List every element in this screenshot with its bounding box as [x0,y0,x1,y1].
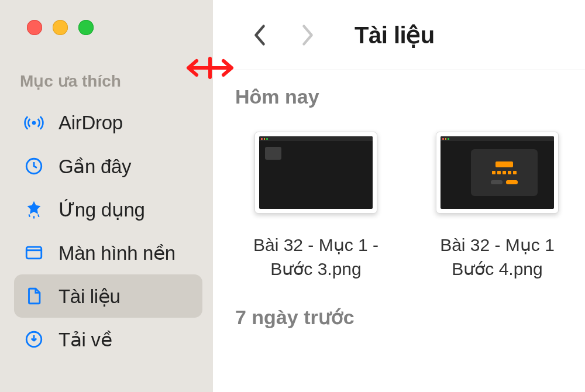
sidebar-item-applications[interactable]: Ứng dụng [14,188,202,231]
airdrop-icon [22,111,46,135]
sidebar-item-documents[interactable]: Tài liệu [14,274,202,318]
svg-point-0 [32,121,36,125]
location-title: Tài liệu [355,22,435,49]
sidebar-item-label: Màn hình nền [58,242,176,264]
toolbar: Tài liệu [213,0,585,70]
sidebar: Mục ưa thích AirDrop Gần đây [0,0,213,392]
nav-forward-button[interactable] [295,22,321,48]
sidebar-item-downloads[interactable]: Tải về [14,318,202,361]
applications-icon [22,198,46,221]
sidebar-item-label: Gần đây [58,155,131,178]
finder-window: Mục ưa thích AirDrop Gần đây [0,0,585,392]
file-grid: Bài 32 - Mục 1 - Bước 3.png Bài 32 - Mục… [242,132,571,281]
file-list: Hôm nay Bài 32 - Mục 1 - Bước 3.png Bài … [213,70,585,392]
desktop-icon [22,241,46,264]
file-thumbnail [254,132,377,214]
svg-rect-2 [26,247,42,259]
sidebar-section-title: Mục ưa thích [20,71,202,91]
file-name: Bài 32 - Mục 1 Bước 4.png [440,233,555,281]
sidebar-item-label: Tài liệu [58,285,121,308]
minimize-window-button[interactable] [53,20,68,35]
zoom-window-button[interactable] [78,20,94,35]
group-header-7days: 7 ngày trước [235,305,571,329]
download-icon [22,328,46,351]
sidebar-item-recents[interactable]: Gần đây [14,145,202,188]
sidebar-item-label: Ứng dụng [58,198,145,221]
close-window-button[interactable] [27,20,42,35]
group-header-today: Hôm nay [235,85,571,108]
clock-icon [22,154,46,178]
sidebar-item-airdrop[interactable]: AirDrop [14,101,202,145]
sidebar-item-label: AirDrop [58,112,123,134]
document-icon [22,284,46,308]
file-thumbnail [436,132,559,214]
nav-back-button[interactable] [247,22,273,48]
file-item[interactable]: Bài 32 - Mục 1 - Bước 3.png [242,132,390,281]
file-name: Bài 32 - Mục 1 - Bước 3.png [253,233,378,281]
file-item[interactable]: Bài 32 - Mục 1 Bước 4.png [424,132,571,281]
sidebar-item-label: Tải về [58,328,112,351]
content-area: Tài liệu Hôm nay Bài 32 - Mục 1 - Bước 3… [213,0,585,392]
sidebar-item-desktop[interactable]: Màn hình nền [14,231,202,274]
window-controls [27,20,202,35]
